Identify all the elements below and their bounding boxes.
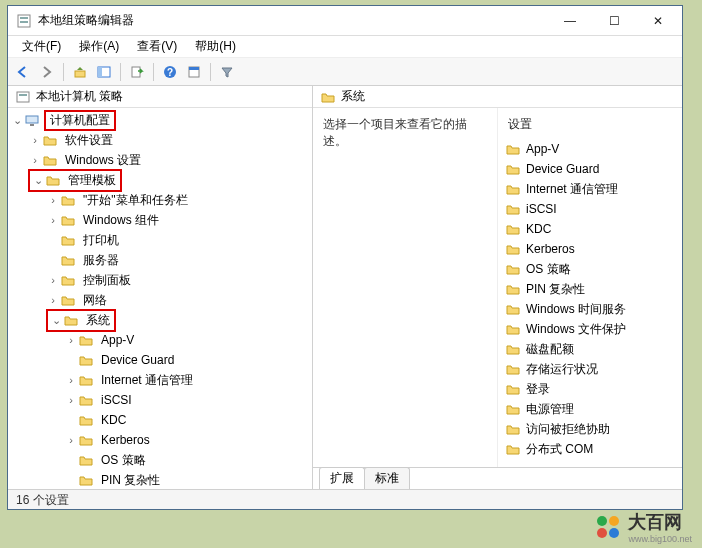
tree-label: OS 策略 — [98, 451, 149, 470]
folder-icon — [60, 252, 76, 268]
properties-button[interactable] — [183, 61, 205, 83]
folder-icon — [506, 262, 520, 276]
svg-rect-11 — [17, 92, 29, 102]
chevron-down-icon[interactable]: ⌄ — [49, 313, 63, 327]
tree-node[interactable]: ›"开始"菜单和任务栏 — [8, 190, 312, 210]
folder-icon — [78, 372, 94, 388]
folder-icon — [506, 382, 520, 396]
left-pane: 本地计算机 策略 ⌄ 计算机配置 ›软件设置 ›Windows 设置 ⌄管理模板… — [8, 86, 313, 489]
list-item-label: App-V — [526, 142, 559, 156]
tree-node[interactable]: ›Windows 组件 — [8, 210, 312, 230]
back-button[interactable] — [12, 61, 34, 83]
toolbar-separator — [210, 63, 211, 81]
tree-node[interactable]: ›控制面板 — [8, 270, 312, 290]
tree-node[interactable]: ›Kerberos — [8, 430, 312, 450]
menu-help[interactable]: 帮助(H) — [187, 36, 244, 57]
filter-button[interactable] — [216, 61, 238, 83]
list-item-label: 磁盘配额 — [526, 341, 574, 358]
list-item[interactable]: 分布式 COM — [498, 439, 682, 459]
tree-node[interactable]: ›Internet 通信管理 — [8, 370, 312, 390]
tree-node-computer-config[interactable]: ⌄ 计算机配置 — [8, 110, 312, 130]
tree-node-system[interactable]: ⌄系统 — [8, 310, 312, 330]
tree-view[interactable]: ⌄ 计算机配置 ›软件设置 ›Windows 设置 ⌄管理模板 ›"开始"菜单和… — [8, 108, 312, 489]
app-icon — [16, 13, 32, 29]
menubar: 文件(F) 操作(A) 查看(V) 帮助(H) — [8, 36, 682, 58]
list-item[interactable]: Internet 通信管理 — [498, 179, 682, 199]
menu-view[interactable]: 查看(V) — [129, 36, 185, 57]
tree-node[interactable]: ›软件设置 — [8, 130, 312, 150]
export-button[interactable] — [126, 61, 148, 83]
tree-node[interactable]: ›网络 — [8, 290, 312, 310]
chevron-right-icon[interactable]: › — [64, 393, 78, 407]
toolbar-separator — [120, 63, 121, 81]
tree-label: 控制面板 — [80, 271, 134, 290]
tree-node[interactable]: 服务器 — [8, 250, 312, 270]
tree-label: 软件设置 — [62, 131, 116, 150]
chevron-right-icon[interactable]: › — [46, 273, 60, 287]
svg-rect-6 — [132, 67, 140, 77]
chevron-down-icon[interactable]: ⌄ — [10, 113, 24, 127]
list-item[interactable]: 登录 — [498, 379, 682, 399]
list-item[interactable]: OS 策略 — [498, 259, 682, 279]
svg-rect-14 — [30, 124, 34, 126]
tree-label: 管理模板 — [65, 171, 119, 190]
chevron-right-icon[interactable]: › — [28, 133, 42, 147]
folder-icon — [63, 312, 79, 328]
chevron-right-icon[interactable]: › — [46, 213, 60, 227]
list-item[interactable]: iSCSI — [498, 199, 682, 219]
tree-node-admin-templates[interactable]: ⌄管理模板 — [8, 170, 312, 190]
chevron-right-icon[interactable]: › — [64, 373, 78, 387]
menu-action[interactable]: 操作(A) — [71, 36, 127, 57]
list-item[interactable]: Windows 文件保护 — [498, 319, 682, 339]
list-item[interactable]: 存储运行状况 — [498, 359, 682, 379]
tab-extended[interactable]: 扩展 — [319, 467, 365, 489]
menu-file[interactable]: 文件(F) — [14, 36, 69, 57]
titlebar[interactable]: 本地组策略编辑器 — ☐ ✕ — [8, 6, 682, 36]
tree-node[interactable]: PIN 复杂性 — [8, 470, 312, 489]
list-item-label: 登录 — [526, 381, 550, 398]
tree-node[interactable]: ›Windows 设置 — [8, 150, 312, 170]
showhide-button[interactable] — [93, 61, 115, 83]
forward-button[interactable] — [36, 61, 58, 83]
list-item[interactable]: App-V — [498, 139, 682, 159]
list-item[interactable]: 电源管理 — [498, 399, 682, 419]
tree-node[interactable]: ›App-V — [8, 330, 312, 350]
settings-list[interactable]: 设置 App-VDevice GuardInternet 通信管理iSCSIKD… — [497, 108, 682, 467]
chevron-right-icon[interactable]: › — [46, 293, 60, 307]
chevron-right-icon[interactable]: › — [28, 153, 42, 167]
chevron-right-icon[interactable]: › — [64, 333, 78, 347]
chevron-right-icon[interactable]: › — [64, 433, 78, 447]
chevron-down-icon[interactable]: ⌄ — [31, 173, 45, 187]
svg-point-16 — [609, 516, 619, 526]
left-header[interactable]: 本地计算机 策略 — [8, 86, 312, 108]
list-item[interactable]: KDC — [498, 219, 682, 239]
list-item-label: Windows 时间服务 — [526, 301, 626, 318]
tree-node[interactable]: 打印机 — [8, 230, 312, 250]
tree-label: 服务器 — [80, 251, 122, 270]
tree-label: 网络 — [80, 291, 110, 310]
tab-standard[interactable]: 标准 — [364, 467, 410, 489]
folder-icon — [506, 362, 520, 376]
toolbar: ? — [8, 58, 682, 86]
close-button[interactable]: ✕ — [636, 7, 680, 35]
minimize-button[interactable]: — — [548, 7, 592, 35]
svg-text:?: ? — [167, 67, 173, 78]
tree-node[interactable]: KDC — [8, 410, 312, 430]
folder-icon — [60, 192, 76, 208]
right-header: 系统 — [313, 86, 682, 108]
list-item[interactable]: Device Guard — [498, 159, 682, 179]
tree-node[interactable]: ›iSCSI — [8, 390, 312, 410]
chevron-right-icon[interactable]: › — [46, 193, 60, 207]
maximize-button[interactable]: ☐ — [592, 7, 636, 35]
list-item[interactable]: PIN 复杂性 — [498, 279, 682, 299]
list-item[interactable]: Windows 时间服务 — [498, 299, 682, 319]
list-column-header[interactable]: 设置 — [498, 112, 682, 139]
up-button[interactable] — [69, 61, 91, 83]
list-item[interactable]: Kerberos — [498, 239, 682, 259]
tree-node[interactable]: Device Guard — [8, 350, 312, 370]
list-item[interactable]: 磁盘配额 — [498, 339, 682, 359]
help-button[interactable]: ? — [159, 61, 181, 83]
list-item[interactable]: 访问被拒绝协助 — [498, 419, 682, 439]
tree-node[interactable]: OS 策略 — [8, 450, 312, 470]
list-item-label: OS 策略 — [526, 261, 571, 278]
